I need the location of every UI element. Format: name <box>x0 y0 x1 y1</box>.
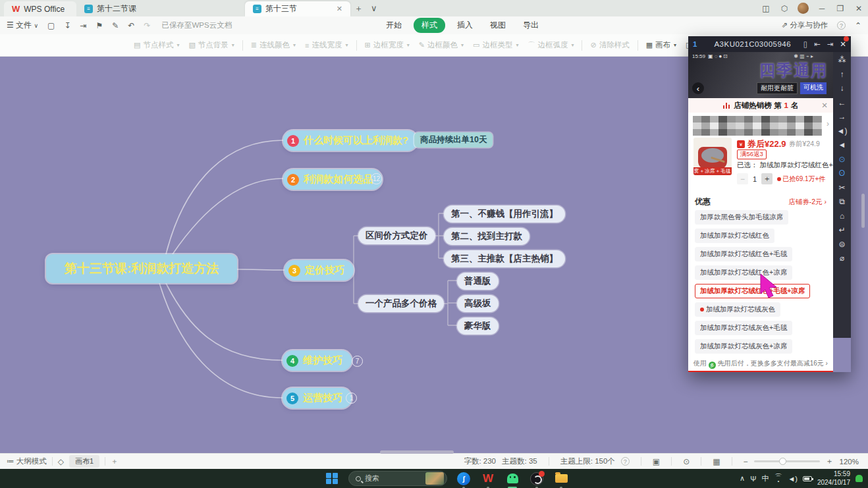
copy-icon[interactable]: ⧉ <box>836 198 848 205</box>
save-icon[interactable]: ↧ <box>64 21 70 30</box>
new-window-icon[interactable]: ▢ <box>47 21 55 30</box>
add-canvas-button[interactable]: ＋ <box>111 456 119 466</box>
zoom-in-button[interactable]: ＋ <box>826 456 834 467</box>
battery-icon[interactable] <box>803 476 812 481</box>
taskbar-app-blue[interactable]: ʃ <box>456 471 472 487</box>
collapsed-count-badge[interactable]: 12 <box>371 173 382 184</box>
taskbar-app-wps[interactable]: W <box>480 471 496 487</box>
volume-icon[interactable]: ◄) <box>788 475 798 483</box>
help-icon[interactable]: ? <box>837 21 846 30</box>
product-thumbnail[interactable]: 窝＋凉席＋毛毯 <box>693 138 732 175</box>
volume-up-icon[interactable]: ◄) <box>836 127 848 135</box>
format-painter-icon[interactable]: ✎ <box>112 21 119 30</box>
tray-expand-icon[interactable]: ∧ <box>740 474 745 483</box>
layout-icon[interactable]: ◫ <box>757 4 775 13</box>
device-screen-icon[interactable]: ▯ <box>803 40 807 49</box>
tab-doc-2[interactable]: ≡ 第十三节 ✕ <box>245 1 350 16</box>
canvas-horizontal-scrollbar[interactable] <box>380 450 454 454</box>
swipe-up-icon[interactable]: ↑ <box>836 70 848 78</box>
sku-option-chip[interactable]: 加绒加厚款灯芯绒红色+毛毯+凉席 <box>695 284 810 298</box>
sku-option-chip[interactable]: 加绒加厚款灯芯绒红色+毛毯 <box>695 247 792 261</box>
bulb-icon[interactable]: ʘ <box>836 169 848 177</box>
branch-node-1[interactable]: 1 什么时候可以上利润款? <box>283 130 418 151</box>
sku-option-chip[interactable]: 加厚款黑色骨头加毛毯凉席 <box>695 210 788 225</box>
close-button[interactable]: ✕ <box>850 4 868 13</box>
taskbar-app-android-mirror[interactable] <box>504 471 520 487</box>
collapsed-count-badge[interactable]: 7 <box>352 356 363 367</box>
tab-list-caret[interactable]: ∨ <box>367 2 381 14</box>
branch-node-3[interactable]: 3 定价技巧 <box>285 260 354 281</box>
product-hero-image[interactable]: 15:59▣ ◌ ⏺ ⊡ ✱ ▥ ⌁ ▸ 四季通用 耐用更耐脏 可机洗 ‹ <box>688 52 833 98</box>
phone-close-icon[interactable]: ✕ <box>840 40 846 49</box>
ime-indicator[interactable]: 中 <box>761 474 769 483</box>
tab-doc-1[interactable]: ≡ 第十二节课 <box>76 1 182 16</box>
info-icon[interactable]: ? <box>621 457 630 466</box>
taskbar-app-obs[interactable] <box>529 471 545 487</box>
enter-icon[interactable]: ↵ <box>836 226 848 234</box>
export-icon[interactable]: ⇥ <box>80 21 86 30</box>
zoom-out-button[interactable]: − <box>744 457 748 466</box>
share-button[interactable]: ⇗ 分享与协作 <box>782 20 828 30</box>
taskbar-app-explorer[interactable] <box>553 471 569 487</box>
branch-node-4[interactable]: 4 维护技巧 <box>283 350 352 371</box>
branch-node-5[interactable]: 5 运营技巧 <box>283 388 352 408</box>
ribbon-menu-开始[interactable]: 开始 <box>381 18 407 32</box>
child-node-multi-price[interactable]: 一个产品多个价格 <box>358 295 444 312</box>
cube-icon[interactable]: ◇ <box>58 457 64 466</box>
sku-option-chip[interactable]: 加绒加厚款灯芯绒灰色+毛毯 <box>695 321 792 335</box>
qty-plus-button[interactable]: ＋ <box>761 173 773 184</box>
leaf-node-normal[interactable]: 普通版 <box>457 273 499 290</box>
root-node[interactable]: 第十三节课:利润款打造方法 <box>46 254 237 283</box>
print-icon[interactable]: ⚑ <box>96 21 103 30</box>
leaf-node-second[interactable]: 第二、找到主打款 <box>444 228 529 245</box>
locate-center-icon[interactable]: ⊙ <box>683 457 690 466</box>
leaf-node-deluxe[interactable]: 豪华版 <box>457 317 499 335</box>
sku-option-chip[interactable]: 加绒加厚款灯芯绒红色+凉席 <box>695 265 792 280</box>
volume-down-icon[interactable]: ◄ <box>836 141 848 149</box>
power-icon[interactable]: ⊙ <box>836 155 848 163</box>
bestseller-banner[interactable]: 店铺热销榜 第 1 名 ✕ <box>688 98 833 113</box>
sku-option-chip[interactable]: 加绒加厚款灯芯绒红色 <box>695 229 774 243</box>
qty-minus-button[interactable]: − <box>737 173 748 184</box>
next-device-icon[interactable]: ⇥ <box>827 40 834 49</box>
tab-wps-home[interactable]: W WPS Office <box>4 1 76 16</box>
shop-coupon-link[interactable]: 店铺券-2元 › <box>788 198 827 207</box>
ribbon-menu-插入[interactable]: 插入 <box>452 18 478 32</box>
chevron-right-icon[interactable]: › <box>827 119 829 128</box>
sku-option-chip[interactable]: 加绒加厚款灯芯绒灰色+凉席 <box>695 339 792 354</box>
back-icon[interactable]: ‹ <box>692 82 704 94</box>
outline-mode-button[interactable]: ≔ 大纲模式 <box>7 456 47 466</box>
zoom-slider[interactable] <box>754 460 820 462</box>
nav-forward-icon[interactable]: → <box>836 113 848 121</box>
screenshot-icon[interactable]: ✂ <box>836 184 848 192</box>
canvas-vertical-scrollbar[interactable] <box>861 194 865 228</box>
nav-back-icon[interactable]: ← <box>836 99 848 107</box>
buy-button[interactable]: 0元下单，确认收货后付款 ¥22.9 <box>688 371 833 372</box>
taskbar-search[interactable]: 搜索 <box>348 471 447 486</box>
child-node-range-pricing[interactable]: 区间价方式定价 <box>358 227 435 244</box>
fit-view-icon[interactable]: ▣ <box>653 457 660 466</box>
ribbon-menu-导出[interactable]: 导出 <box>518 18 544 32</box>
group-icon[interactable]: ⁂ <box>836 56 848 64</box>
leaf-node-first[interactable]: 第一、不赚钱【用作引流】 <box>444 205 565 223</box>
skin-icon[interactable]: ⬡ <box>775 4 794 13</box>
ribbon-menu-样式[interactable]: 样式 <box>414 18 445 33</box>
user-avatar[interactable] <box>798 3 809 14</box>
leaf-node-third[interactable]: 第三、主推款【店主热销】 <box>444 250 565 267</box>
phone-screen[interactable]: 15:59▣ ◌ ⏺ ⊡ ✱ ▥ ⌁ ▸ 四季通用 耐用更耐脏 可机洗 ‹ 店铺… <box>688 52 833 372</box>
home-icon[interactable]: ⌂ <box>836 212 848 220</box>
paylater-row[interactable]: 使用 多 先用后付，更换多多支付最高减16元 › <box>688 359 833 369</box>
tab-close-icon[interactable]: ✕ <box>337 5 342 13</box>
minimize-button[interactable]: ─ <box>813 4 831 13</box>
collapse-ribbon-icon[interactable]: ⌃ <box>855 21 861 30</box>
leaf-node-advanced[interactable]: 高级坂 <box>457 295 499 312</box>
minimap-icon[interactable]: ▦ <box>713 457 720 466</box>
notification-bell-icon[interactable] <box>855 475 863 482</box>
restore-button[interactable]: ❐ <box>831 4 850 13</box>
file-menu[interactable]: ☰ 文件 ∨ <box>7 20 38 31</box>
branch-node-2[interactable]: 2 利润款如何选品 <box>283 169 382 190</box>
wifi-icon[interactable]: ⌒⌒• <box>774 475 782 482</box>
sku-option-chip[interactable]: 加绒加厚款灯芯绒灰色 <box>695 302 780 317</box>
toolbar-item-画布[interactable]: ▦画布▾ <box>646 40 676 50</box>
swipe-down-icon[interactable]: ↓ <box>836 84 848 92</box>
